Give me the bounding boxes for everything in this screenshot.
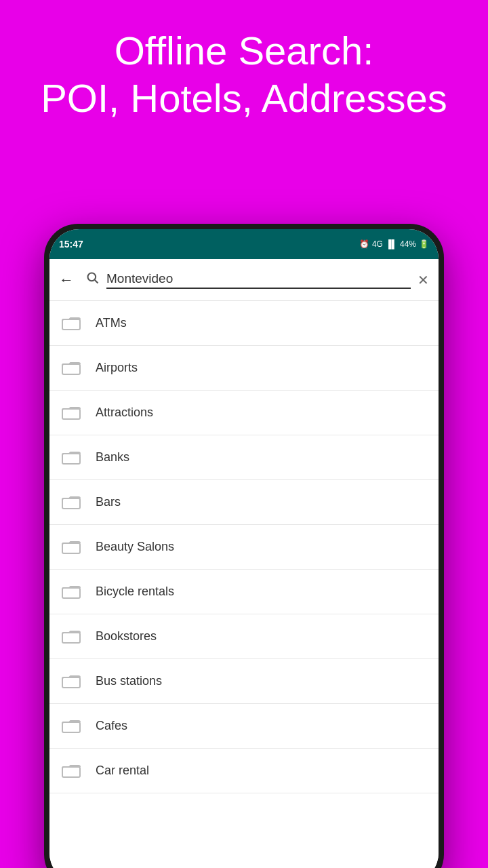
poi-label-attractions: Attractions <box>96 406 153 420</box>
svg-rect-2 <box>62 319 80 330</box>
svg-point-0 <box>88 273 96 281</box>
poi-label-banks: Banks <box>96 450 129 465</box>
folder-icon <box>62 719 81 734</box>
battery-icon: 🔋 <box>419 239 429 249</box>
folder-icon <box>62 629 81 644</box>
folder-icon <box>62 406 81 420</box>
folder-icon <box>62 450 81 465</box>
poi-label-beauty-salons: Beauty Salons <box>96 540 174 554</box>
poi-item-cafes[interactable]: Cafes <box>49 704 439 749</box>
app-header: Offline Search: POI, Hotels, Addresses <box>0 27 488 121</box>
poi-item-car-rental[interactable]: Car rental <box>49 749 439 793</box>
folder-icon <box>62 316 81 331</box>
phone-frame: 15:47 ⏰ 4G ▐▌ 44% 🔋 ← Montevideo ✕ <box>44 224 444 868</box>
search-icon <box>86 271 100 288</box>
status-bar: 15:47 ⏰ 4G ▐▌ 44% 🔋 <box>49 229 439 259</box>
poi-item-bus-stations[interactable]: Bus stations <box>49 659 439 704</box>
poi-item-bars[interactable]: Bars <box>49 480 439 525</box>
svg-rect-10 <box>62 677 80 688</box>
folder-icon <box>62 764 81 778</box>
folder-icon <box>62 540 81 555</box>
header-line2: POI, Hotels, Addresses <box>41 76 447 120</box>
phone-screen: 15:47 ⏰ 4G ▐▌ 44% 🔋 ← Montevideo ✕ <box>49 229 439 868</box>
poi-item-atms[interactable]: ATMs <box>49 301 439 346</box>
folder-icon <box>62 495 81 510</box>
svg-rect-11 <box>62 722 80 732</box>
svg-rect-9 <box>62 633 80 643</box>
poi-item-banks[interactable]: Banks <box>49 435 439 480</box>
svg-rect-7 <box>62 543 80 553</box>
svg-rect-4 <box>62 409 80 419</box>
poi-item-beauty-salons[interactable]: Beauty Salons <box>49 525 439 570</box>
poi-item-airports[interactable]: Airports <box>49 346 439 391</box>
alarm-icon: ⏰ <box>359 239 369 249</box>
svg-rect-12 <box>62 767 80 777</box>
search-bar: ← Montevideo ✕ <box>49 259 439 301</box>
svg-rect-8 <box>62 588 80 598</box>
poi-label-cafes: Cafes <box>96 719 127 733</box>
poi-label-atms: ATMs <box>96 316 127 330</box>
poi-label-airports: Airports <box>96 361 138 375</box>
folder-icon <box>62 585 81 599</box>
poi-item-bicycle-rentals[interactable]: Bicycle rentals <box>49 570 439 614</box>
signal-bars-icon: ▐▌ <box>386 239 397 249</box>
svg-rect-6 <box>62 498 80 509</box>
poi-label-bars: Bars <box>96 495 121 509</box>
svg-line-1 <box>95 280 98 283</box>
network-type: 4G <box>372 239 383 249</box>
poi-item-bookstores[interactable]: Bookstores <box>49 614 439 659</box>
folder-icon <box>62 361 81 376</box>
svg-rect-3 <box>62 364 80 374</box>
back-button[interactable]: ← <box>59 271 79 289</box>
folder-icon <box>62 674 81 689</box>
battery-level: 44% <box>400 239 416 249</box>
svg-rect-5 <box>62 454 80 464</box>
status-time: 15:47 <box>59 239 83 250</box>
search-input[interactable]: Montevideo <box>106 271 411 289</box>
poi-label-car-rental: Car rental <box>96 764 149 778</box>
poi-label-bus-stations: Bus stations <box>96 674 162 688</box>
poi-list: ATMs Airports Attractions Banks Bars Bea… <box>49 301 439 868</box>
header-line1: Offline Search: <box>115 28 374 73</box>
poi-item-attractions[interactable]: Attractions <box>49 391 439 435</box>
status-icons: ⏰ 4G ▐▌ 44% 🔋 <box>359 239 429 249</box>
poi-label-bookstores: Bookstores <box>96 629 157 644</box>
clear-button[interactable]: ✕ <box>418 272 429 288</box>
poi-label-bicycle-rentals: Bicycle rentals <box>96 585 174 599</box>
